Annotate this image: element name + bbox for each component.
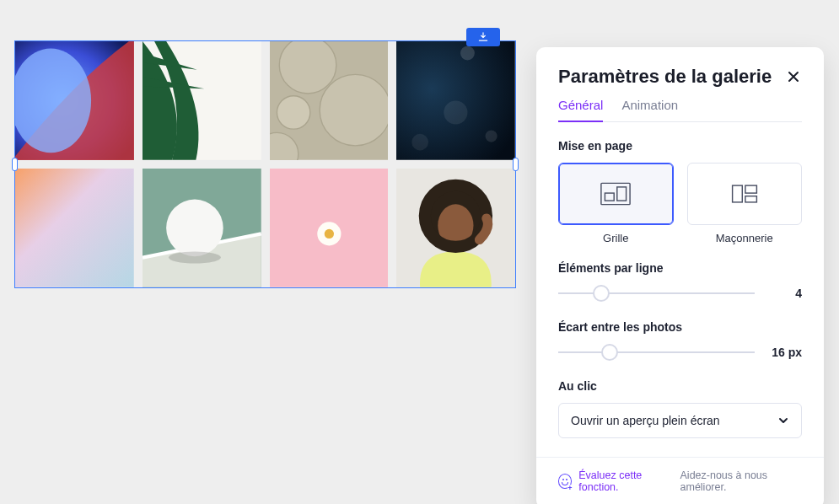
gap-slider[interactable] <box>558 344 755 361</box>
svg-point-19 <box>324 229 333 239</box>
svg-rect-29 <box>745 196 757 202</box>
gallery-tile[interactable] <box>396 41 515 160</box>
gallery-grid <box>15 41 515 287</box>
svg-rect-28 <box>745 185 757 193</box>
close-icon <box>787 70 800 83</box>
chevron-down-icon <box>777 415 789 426</box>
items-per-row-label: Éléments par ligne <box>558 261 802 275</box>
svg-rect-25 <box>605 193 615 201</box>
layout-label: Mise en page <box>558 139 802 153</box>
gallery-tile[interactable] <box>15 169 134 287</box>
thumb-blue-abstract <box>15 41 134 160</box>
gallery-tile[interactable] <box>143 169 261 287</box>
on-click-select[interactable]: Ouvrir un aperçu plein écran <box>558 403 802 438</box>
thumb-dark-water <box>396 41 515 160</box>
layout-option-grid[interactable] <box>558 163 674 225</box>
resize-handle-right[interactable] <box>513 158 519 171</box>
svg-point-6 <box>277 96 309 129</box>
rate-link[interactable]: Évaluez cette fonction. <box>578 469 673 493</box>
grid-icon <box>600 182 631 206</box>
svg-point-4 <box>320 74 389 145</box>
svg-point-15 <box>166 199 223 256</box>
slider-thumb[interactable] <box>593 285 610 302</box>
layout-caption-grid: Grille <box>558 232 674 244</box>
tab-animation[interactable]: Animation <box>621 98 678 122</box>
resize-handle-left[interactable] <box>12 158 18 171</box>
download-icon <box>477 31 489 43</box>
download-layout-button[interactable] <box>466 28 500 46</box>
thumb-orange-blur <box>15 169 134 287</box>
close-button[interactable] <box>785 68 802 85</box>
items-per-row-slider[interactable] <box>558 285 755 302</box>
slider-thumb[interactable] <box>601 344 618 361</box>
svg-point-12 <box>412 134 429 151</box>
svg-point-9 <box>460 46 475 61</box>
layout-caption-masonry: Maçonnerie <box>687 232 803 244</box>
on-click-value: Ouvrir un aperçu plein écran <box>571 414 720 427</box>
thumb-white-ball <box>143 169 261 287</box>
thumb-grey-bubbles <box>270 41 389 160</box>
gallery-selection[interactable] <box>14 40 516 288</box>
tabs: Général Animation <box>558 98 802 122</box>
svg-rect-13 <box>15 169 134 287</box>
rate-row: + Évaluez cette fonction. Aidez-nous à n… <box>558 469 802 493</box>
gallery-tile[interactable] <box>15 41 134 160</box>
gallery-tile[interactable] <box>270 41 389 160</box>
gallery-tile[interactable] <box>270 169 389 287</box>
gallery-tile[interactable] <box>143 41 261 160</box>
thumb-palm-leaves <box>143 41 261 160</box>
svg-point-11 <box>486 131 497 142</box>
masonry-icon <box>729 182 760 206</box>
items-per-row-value: 4 <box>766 287 802 300</box>
svg-point-16 <box>169 251 221 263</box>
layout-option-masonry[interactable] <box>687 163 803 225</box>
on-click-label: Au clic <box>558 379 802 393</box>
svg-point-5 <box>279 41 336 94</box>
panel-title: Paramètres de la galerie <box>558 66 772 88</box>
gap-label: Écart entre les photos <box>558 320 802 334</box>
svg-rect-26 <box>617 187 627 201</box>
gallery-tile[interactable] <box>396 169 515 287</box>
divider <box>536 457 824 458</box>
tab-general[interactable]: Général <box>558 98 603 122</box>
svg-rect-27 <box>732 185 742 202</box>
gap-value: 16 px <box>766 346 802 359</box>
gallery-settings-panel: Paramètres de la galerie Général Animati… <box>536 47 824 504</box>
thumb-pink-flower <box>270 169 389 287</box>
rate-tail: Aidez-nous à nous améliorer. <box>680 469 802 493</box>
svg-point-10 <box>444 100 468 124</box>
thumb-portrait <box>396 169 515 287</box>
smile-plus-icon: + <box>558 474 572 489</box>
